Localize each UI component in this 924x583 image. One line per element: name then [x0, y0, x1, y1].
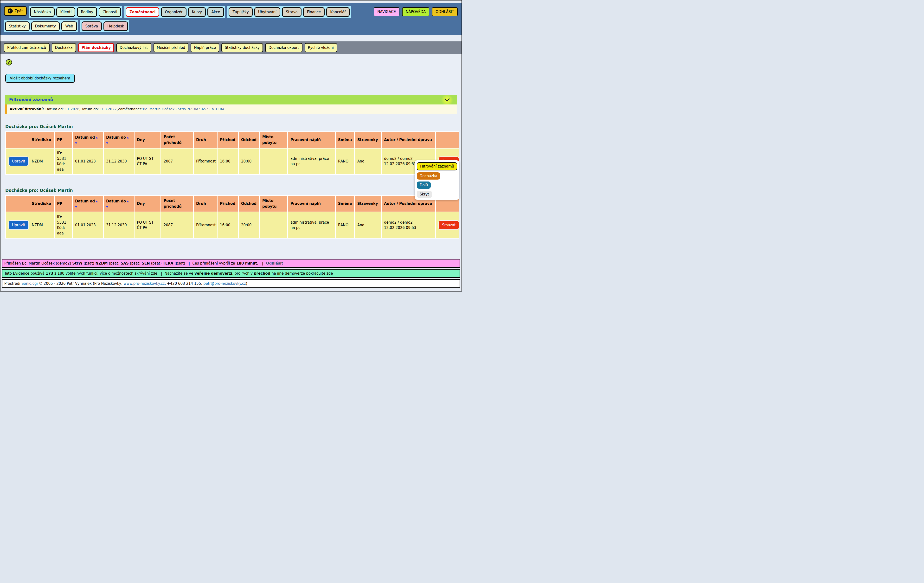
subtab-rychle-vlozeni[interactable]: Rychlé vložení: [305, 43, 337, 52]
nav-item-klienti[interactable]: Klienti: [56, 7, 75, 17]
nav-right-buttons: NAVIGACE NÁPOVĚDA ODHLÁSIT: [374, 6, 458, 17]
cell-datum-do: 31.12.2030: [104, 212, 134, 238]
help-icon[interactable]: ?: [6, 59, 12, 66]
popup-item-dolu[interactable]: Dolů: [417, 182, 431, 189]
nav-row-2: Statistiky Dokumenty Web Správa Helpdesk: [4, 20, 458, 32]
email-link[interactable]: petr@pro-neziskovky.cz: [203, 281, 246, 286]
filter-title: Filtrování záznamů: [9, 97, 53, 102]
col-dny: Dny: [135, 132, 160, 148]
page: ← Zpět Nástěnka Klienti Rodiny Činnosti …: [0, 0, 462, 292]
sort-asc-icon[interactable]: ▲: [127, 200, 129, 202]
edit-button[interactable]: Upravit: [8, 157, 29, 166]
nav-group-provoz: Zápůjčky Ubytování Strava Finance Kancel…: [228, 6, 351, 18]
popup-item-skryt[interactable]: Skrýt: [417, 191, 432, 198]
cell-stravenky: Ano: [355, 212, 381, 238]
cell-pocet-prichodu: 2087: [161, 149, 193, 174]
subtab-dochazkovy-list[interactable]: Docházkový list: [116, 43, 151, 52]
popup-item-dochazka[interactable]: Docházka: [417, 172, 440, 180]
cell-pp: ID: 5531 Kód: aaa: [54, 212, 72, 238]
back-button[interactable]: ← Zpět: [4, 6, 27, 16]
delete-button[interactable]: Smazat: [439, 220, 459, 230]
table-row: Upravit NZDM ID: 5531 Kód: aaa 01.01.202…: [6, 212, 459, 238]
nav-item-kancelar[interactable]: Kancelář: [326, 7, 350, 17]
col-datum-od: Datum od▲▼: [73, 196, 103, 211]
col-delete: [436, 132, 459, 148]
employee-link[interactable]: Bc. Martin Ocásek - StrW NZDM SAS SEN TE…: [143, 107, 224, 111]
subtab-prehled-zamestnancu[interactable]: Přehled zaměstnanců: [4, 43, 50, 52]
navigace-button[interactable]: NAVIGACE: [374, 7, 399, 17]
nav-item-finance[interactable]: Finance: [303, 7, 325, 17]
col-datum-od: Datum od▲▼: [73, 132, 103, 148]
cell-smena: RANO: [336, 149, 354, 174]
col-pp: PP: [54, 132, 72, 148]
cell-stredisko: NZDM: [30, 149, 54, 174]
sort-desc-icon[interactable]: ▼: [106, 205, 131, 209]
group-nzdm: NZDM: [96, 261, 108, 266]
group-strw: StrW: [73, 261, 82, 266]
subtab-mesicni-prehled[interactable]: Měsíční přehled: [153, 43, 189, 52]
sort-desc-icon[interactable]: ▼: [75, 141, 101, 145]
col-pracovni-napln: Pracovní náplň: [288, 196, 335, 211]
nav-item-nastenka[interactable]: Nástěnka: [30, 7, 54, 17]
col-actions: [6, 132, 29, 148]
nav-item-ubytovani[interactable]: Ubytování: [254, 7, 280, 17]
table-row: Upravit NZDM ID: 5531 Kód: aaa 01.01.202…: [6, 149, 459, 174]
nav-item-statistiky[interactable]: Statistiky: [5, 21, 30, 31]
date-from-link[interactable]: 1.1.2026: [64, 107, 79, 111]
nav-item-sprava[interactable]: Správa: [82, 21, 102, 31]
sort-asc-icon[interactable]: ▲: [96, 200, 98, 202]
nav-item-rodiny[interactable]: Rodiny: [77, 7, 97, 17]
subtab-dochazka-export[interactable]: Docházka export: [265, 43, 302, 52]
subtab-napln-prace[interactable]: Náplň práce: [191, 43, 219, 52]
nav-item-strava[interactable]: Strava: [282, 7, 302, 17]
function-count: 173: [46, 271, 53, 276]
hide-options-link[interactable]: více o možnostech skrývání zde: [100, 271, 157, 276]
subtab-plan-dochazky-active[interactable]: Plán docházky: [78, 43, 114, 52]
filter-panel: Filtrování záznamů Aktivní filtrování: D…: [5, 95, 457, 114]
nav-item-akce[interactable]: Akce: [208, 7, 224, 17]
sort-asc-icon[interactable]: ▲: [127, 136, 129, 139]
col-datum-do: Datum do▲▼: [104, 132, 134, 148]
demo-switch-link[interactable]: pro rychlý přechod na jiné demoverze pok…: [234, 271, 333, 276]
col-druh: Druh: [194, 132, 217, 148]
col-pracovni-napln: Pracovní náplň: [288, 132, 335, 148]
sort-desc-icon[interactable]: ▼: [106, 141, 131, 145]
popup-item-filtrovani[interactable]: Filtrování záznamů: [417, 162, 457, 170]
nav-item-helpdesk[interactable]: Helpdesk: [104, 21, 128, 31]
col-prichod: Příchod: [218, 196, 238, 211]
filter-collapse-control[interactable]: [441, 95, 454, 104]
subtab-statistiky-dochazky[interactable]: Statistiky docházky: [221, 43, 263, 52]
date-to-link[interactable]: 17.3.2027: [99, 107, 117, 111]
cell-pracovni-napln: administrativa, práce na pc: [288, 212, 335, 238]
napoveda-button[interactable]: NÁPOVĚDA: [402, 7, 429, 17]
col-stravenky: Stravenky: [355, 196, 381, 211]
nav-item-kurzy[interactable]: Kurzy: [188, 7, 206, 17]
top-nav-band: ← Zpět Nástěnka Klienti Rodiny Činnosti …: [0, 3, 462, 35]
nav-item-zamestnanci-active[interactable]: Zaměstnanci: [125, 7, 159, 17]
nav-item-web[interactable]: Web: [61, 21, 77, 31]
col-misto-pobytu: Místo pobytu: [260, 132, 287, 148]
sonic-link[interactable]: Sonic.cgi: [21, 281, 38, 286]
col-smena: Směna: [336, 132, 354, 148]
section-title-1: Docházka pro: Ocásek Martin: [5, 124, 457, 129]
demo-info-bar: Tato Evidence používá 173 z 180 voliteln…: [2, 269, 460, 278]
sort-desc-icon[interactable]: ▼: [75, 205, 101, 209]
back-arrow-icon: ←: [8, 8, 13, 13]
subtab-dochazka[interactable]: Docházka: [52, 43, 76, 52]
section-title-2: Docházka pro: Ocásek Martin: [5, 188, 457, 193]
website-link[interactable]: www.pro-neziskovky.cz: [124, 281, 165, 286]
logout-link[interactable]: Odhlásit: [266, 261, 283, 266]
cell-pp: ID: 5531 Kód: aaa: [54, 149, 72, 174]
sort-asc-icon[interactable]: ▲: [96, 136, 98, 139]
nav-group-ostatni: Statistiky Dokumenty Web: [4, 20, 78, 32]
insert-period-button[interactable]: Vložit období docházky rozsahem: [5, 74, 75, 83]
col-druh: Druh: [194, 196, 217, 211]
nav-item-cinnosti[interactable]: Činnosti: [99, 7, 121, 17]
nav-group-agenda: Zaměstnanci Organizér Kurzy Akce: [124, 6, 225, 18]
edit-button[interactable]: Upravit: [8, 220, 29, 230]
odhlasit-button[interactable]: ODHLÁSIT: [432, 7, 458, 17]
nav-item-zapujcky[interactable]: Zápůjčky: [229, 7, 252, 17]
nav-item-dokumenty[interactable]: Dokumenty: [31, 21, 60, 31]
table-header-row: Středisko PP Datum od▲▼ Datum do▲▼ Dny P…: [6, 132, 459, 148]
nav-item-organizer[interactable]: Organizér: [161, 7, 186, 17]
